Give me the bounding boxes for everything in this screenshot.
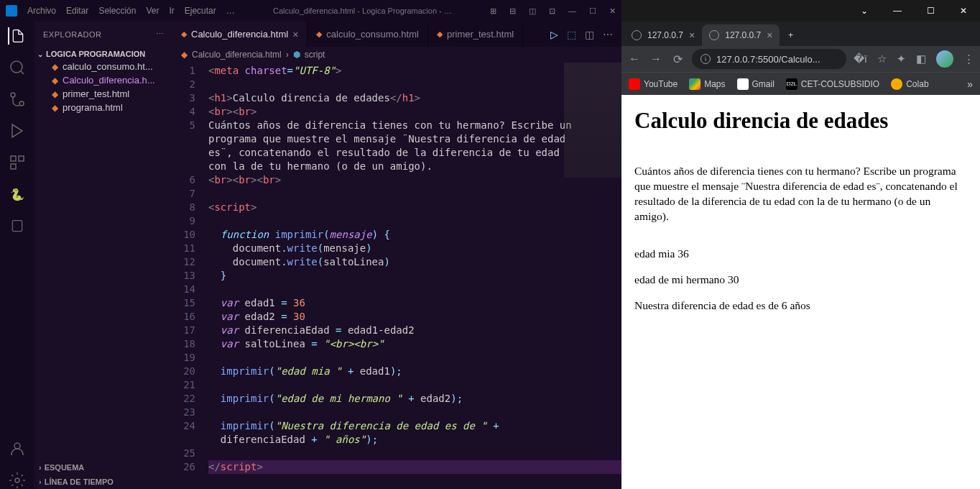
menu-editar[interactable]: Editar: [66, 6, 88, 16]
back-icon[interactable]: ←: [627, 52, 642, 65]
python-icon[interactable]: 🐍: [9, 186, 26, 203]
reload-icon[interactable]: ⟳: [670, 52, 685, 66]
minimize-icon[interactable]: —: [881, 0, 914, 22]
output-line-3: Nuestra diferencia de edad es de 6 años: [634, 299, 967, 312]
bookmark-gmail[interactable]: Gmail: [737, 78, 775, 90]
side-panel-icon[interactable]: ◧: [916, 52, 926, 65]
colab-icon: [891, 78, 902, 90]
profile-avatar[interactable]: [936, 50, 953, 68]
tab-calculo-consumo[interactable]: ◆calculo_consumo.html: [308, 22, 428, 47]
close-icon[interactable]: ✕: [609, 6, 616, 16]
address-bar[interactable]: i 127.0.0.7:5500/Calculo...: [692, 49, 846, 69]
tab-close-icon[interactable]: ×: [292, 29, 298, 40]
source-control-icon[interactable]: [9, 91, 26, 108]
vscode-window: Archivo Editar Selección Ver Ir Ejecutar…: [0, 0, 621, 489]
tab-close-icon[interactable]: ×: [767, 29, 772, 41]
extensions-puzzle-icon[interactable]: ✦: [897, 52, 906, 65]
new-tab-button[interactable]: +: [780, 24, 801, 46]
d2l-icon: D2L: [786, 78, 798, 90]
code-editor[interactable]: 1234567891011121314151617181920212223242…: [172, 63, 621, 489]
bookmarks-more-icon[interactable]: »: [967, 78, 973, 90]
svg-rect-4: [11, 156, 16, 161]
layout4-icon[interactable]: ⊡: [549, 6, 555, 16]
layout3-icon[interactable]: ◫: [529, 6, 536, 16]
bookmark-maps[interactable]: Maps: [689, 78, 725, 90]
timeline-section[interactable]: ›LÍNEA DE TIEMPO: [34, 475, 172, 489]
browser-tab-1[interactable]: 127.0.0.7×: [624, 24, 702, 46]
search-icon[interactable]: [9, 59, 26, 76]
account-icon[interactable]: [9, 440, 26, 457]
more-actions-icon[interactable]: ⋯: [603, 29, 613, 40]
bookmark-cet[interactable]: D2LCET-COLSUBSIDIO: [786, 78, 879, 90]
svg-point-2: [19, 101, 24, 106]
html-icon: ◆: [52, 103, 58, 113]
bookmark-youtube[interactable]: YouTube: [629, 78, 678, 90]
maximize-icon[interactable]: ☐: [589, 6, 596, 16]
extensions-icon[interactable]: [9, 154, 26, 171]
browser-tab-2[interactable]: 127.0.0.7×: [702, 24, 780, 46]
code-content[interactable]: <meta charset="UTF-8"><h1>Calculo direnc…: [208, 63, 621, 489]
bookmark-star-icon[interactable]: ☆: [877, 52, 887, 65]
chevron-right-icon: ›: [39, 463, 42, 472]
line-gutter: 1234567891011121314151617181920212223242…: [172, 63, 208, 489]
tab-close-icon[interactable]: ×: [689, 29, 695, 41]
explorer-label: EXPLORADOR: [43, 30, 101, 39]
html-icon: ◆: [181, 50, 188, 60]
tab-primer-test[interactable]: ◆primer_test.html: [428, 22, 523, 47]
arrow-down-icon[interactable]: ⌄: [848, 0, 881, 22]
menu-more[interactable]: …: [226, 6, 235, 16]
browser-titlebar: ⌄ — ☐ ✕: [621, 0, 980, 22]
file-programa[interactable]: ◆programa.html: [34, 101, 172, 114]
svg-point-0: [11, 61, 22, 73]
split-icon[interactable]: ◫: [585, 29, 594, 40]
run-debug-icon[interactable]: [9, 122, 26, 140]
page-title: Calculo direncia de edades: [634, 108, 967, 134]
translate-icon[interactable]: �ï: [854, 52, 867, 65]
forward-icon[interactable]: →: [649, 52, 663, 65]
output-line-2: edad de mi hermano 30: [634, 273, 967, 286]
project-folder[interactable]: ⌄ LOGICA PROGRAMACION: [34, 48, 172, 60]
tab-calculo-diferencia[interactable]: ◆Calculo_diferencia.html×: [172, 22, 308, 47]
page-paragraph: Cuántos años de diferencia tienes con tu…: [634, 164, 967, 224]
html-icon: ◆: [316, 29, 322, 39]
outline-section[interactable]: ›ESQUEMA: [34, 460, 172, 475]
menu-archivo[interactable]: Archivo: [27, 6, 56, 16]
svg-point-8: [14, 443, 20, 449]
output-line-1: edad mia 36: [634, 247, 967, 260]
file-calculo-diferencia[interactable]: ◆Calculo_diferencia.h...: [34, 73, 172, 87]
settings-icon[interactable]: [9, 472, 26, 489]
file-primer-test[interactable]: ◆primer_test.html: [34, 87, 172, 101]
sidebar: EXPLORADOR ⋯ ⌄ LOGICA PROGRAMACION ◆calc…: [34, 22, 172, 489]
layout2-icon[interactable]: ⊟: [509, 6, 516, 16]
breadcrumb[interactable]: ◆ Calculo_diferencia.html › ⬢ script: [172, 47, 621, 63]
globe-icon: [709, 30, 719, 40]
vscode-logo-icon: [6, 5, 17, 17]
preview-icon[interactable]: ⬚: [567, 29, 576, 40]
maximize-icon[interactable]: ☐: [914, 0, 947, 22]
menu-dots-icon[interactable]: ⋮: [963, 52, 974, 65]
bookmark-colab[interactable]: Colab: [891, 78, 928, 90]
explorer-more-icon[interactable]: ⋯: [156, 29, 165, 39]
explorer-icon[interactable]: [8, 27, 25, 45]
chevron-right-icon: ›: [39, 477, 42, 486]
book-icon[interactable]: [9, 217, 26, 234]
menu-ver[interactable]: Ver: [146, 6, 159, 16]
script-icon: ⬢: [293, 50, 300, 60]
menu-ir[interactable]: Ir: [169, 6, 174, 16]
close-icon[interactable]: ✕: [947, 0, 980, 22]
run-icon[interactable]: ▷: [550, 29, 558, 40]
html-icon: ◆: [52, 76, 58, 86]
menu-seleccion[interactable]: Selección: [98, 6, 136, 16]
file-calculo-consumo[interactable]: ◆calculo_consumo.ht...: [34, 60, 172, 73]
html-icon: ◆: [52, 62, 58, 72]
maps-icon: [689, 78, 701, 90]
window-title: Calculo_diferencia.html - Logica Program…: [245, 6, 480, 15]
vscode-titlebar: Archivo Editar Selección Ver Ir Ejecutar…: [0, 0, 621, 22]
gmail-icon: [737, 78, 749, 90]
site-info-icon[interactable]: i: [701, 54, 711, 64]
chevron-down-icon: ⌄: [37, 50, 43, 58]
minimize-icon[interactable]: —: [568, 6, 576, 16]
menu-ejecutar[interactable]: Ejecutar: [185, 6, 216, 16]
youtube-icon: [629, 78, 640, 90]
layout-icon[interactable]: ⊞: [490, 6, 496, 16]
